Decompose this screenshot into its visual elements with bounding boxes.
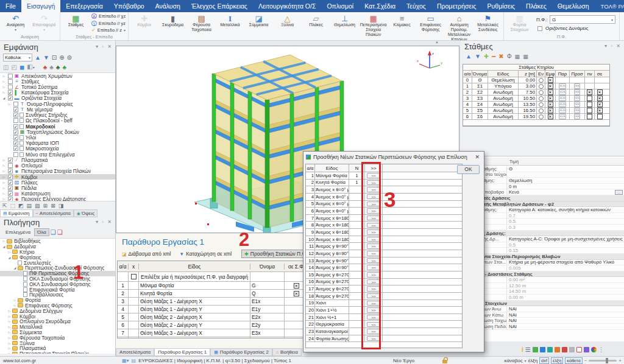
nav-panel-controls[interactable]: ▾ ▫ ✕: [96, 219, 113, 225]
level-row[interactable]: 0ΘΘεμελίωση0.00✕: [463, 77, 609, 83]
tab-ανάλυση[interactable]: Ανάλυση: [150, 0, 186, 12]
export-image-icon[interactable]: [533, 347, 538, 352]
level-pros-button[interactable]: >>: [574, 96, 581, 101]
doc-tab-αποτελέσματα[interactable]: Αποτελέσματα: [116, 348, 154, 356]
info-icon[interactable]: i: [522, 346, 523, 354]
levels-panel-controls[interactable]: ▾ ▫ ✕: [604, 43, 622, 49]
doc-tab-παράθυρο-εργασίας-1[interactable]: Παράθυρο Εργασίας 1: [154, 348, 210, 356]
report-icon[interactable]: [555, 347, 560, 352]
move-up-icon[interactable]: ▲: [35, 54, 41, 61]
level-visible-checkbox[interactable]: ✕: [548, 83, 553, 89]
property-row[interactable]: Lx:12.50 m: [461, 283, 624, 289]
panel-tab-εμφάνιση[interactable]: ▤Εμφάνιση: [0, 209, 33, 217]
expand-icon[interactable]: ◢: [7, 256, 12, 259]
level-se-checkbox[interactable]: ✕: [597, 89, 603, 95]
tab-θεμελίωση[interactable]: Θεμελίωση: [552, 0, 595, 12]
tab-υπόβαθρο[interactable]: Υπόβαθρο: [108, 0, 150, 12]
zoom-out-icon[interactable]: −: [584, 358, 587, 363]
display-tree-item[interactable]: ◢✓▬Οριζόντια Στοιχεία: [0, 96, 115, 101]
level-nv-checkbox[interactable]: [587, 96, 592, 101]
level-pros-button[interactable]: >>: [574, 114, 581, 119]
horizontal-forces-checkbox[interactable]: Οριζόντιες Δυνάμεις: [536, 26, 615, 31]
settings-icon[interactable]: [584, 347, 589, 352]
grid-plus-icon[interactable]: ⊞: [43, 203, 48, 209]
level-visible-checkbox[interactable]: ✕: [548, 77, 553, 83]
level-pros-button[interactable]: >>: [574, 102, 581, 107]
level-delete-icon[interactable]: ✖: [498, 53, 503, 60]
ribbon-button-σκυρόδεμα[interactable]: ▮Σκυρόδεμα: [158, 13, 187, 41]
ribbon-button-ξύλινα[interactable]: △Ξύλινα: [273, 13, 302, 41]
level-nv-checkbox[interactable]: [587, 114, 592, 119]
color-wheel-icon[interactable]: [591, 347, 597, 352]
property-row[interactable]: Είδος Στάθμης:Θεμελίωση: [461, 178, 624, 184]
doc-tab-παράθυρο-εργασίας-2[interactable]: ▦Παράθυρο Εργασίας 2: [210, 348, 272, 356]
tab-file[interactable]: File: [0, 0, 21, 12]
tree-red-icon[interactable]: ♣: [43, 64, 48, 71]
tree-checkbox[interactable]: [8, 85, 13, 89]
level-active-radio[interactable]: [539, 78, 544, 83]
zoom-window-icon[interactable]: ⊡: [52, 54, 57, 61]
tab-τεύχος[interactable]: Τεύχος: [401, 0, 431, 12]
tree-checkbox[interactable]: ✓: [13, 135, 18, 140]
tab-λειτουργικότητα ο/σ[interactable]: Λειτουργικότητα Ο/Σ: [253, 0, 322, 12]
property-row[interactable]: Όνομα Στάθμης:Θ: [461, 166, 624, 172]
display-tree-item[interactable]: ▷✓■Πεπερασμένα Στοιχεία Πλακών: [0, 169, 115, 174]
tree-checkbox[interactable]: ✓: [8, 90, 13, 95]
ribbon-button-φέρουσα-τοιχοποιία[interactable]: ▤Φέρουσα Τοιχοποιία: [187, 13, 216, 41]
expand-icon[interactable]: ◢: [1, 245, 7, 248]
tree-checkbox[interactable]: ✓: [8, 96, 13, 100]
tree-checkbox[interactable]: ✓: [8, 180, 13, 185]
tree-gray-icon[interactable]: ♣: [49, 64, 54, 71]
expand-icon[interactable]: ▷: [7, 250, 12, 254]
tab-οπλισμοί[interactable]: Οπλισμοί: [321, 0, 359, 12]
level-row[interactable]: 6Σ6Ανωδομή19.50✕<->>>: [463, 114, 609, 120]
expand-icon[interactable]: ▷: [7, 325, 12, 329]
property-row[interactable]: φ=0.5: [461, 242, 624, 248]
expand-icon[interactable]: ▷: [12, 304, 18, 307]
half-icon[interactable]: ◨: [58, 203, 64, 209]
property-row[interactable]: h:0.00 m: [461, 295, 624, 301]
expand-icon[interactable]: ▷: [7, 320, 12, 323]
view-front-icon[interactable]: ◰: [11, 64, 16, 71]
display-tree-item[interactable]: ▷✓✚Κόμβοι: [0, 174, 115, 180]
level-visible-checkbox[interactable]: ✕: [548, 96, 553, 101]
doc-tab-βοήθεια[interactable]: ⌂Βοήθεια: [272, 348, 302, 356]
tab-πλάκες[interactable]: Πλάκες: [520, 0, 552, 12]
expand-icon[interactable]: ▷: [7, 309, 12, 313]
tree-checkbox[interactable]: [8, 163, 13, 168]
property-row[interactable]: Δοκών Όλων ΆνωΝΑΙ: [461, 306, 624, 312]
zoom-slider[interactable]: [589, 360, 617, 362]
expand-icon[interactable]: ▷: [1, 80, 7, 83]
level-name-editing[interactable]: Θ: [472, 77, 488, 83]
level-par-button[interactable]: <->: [559, 102, 567, 107]
display-tree-item[interactable]: ✓Υφάσματα ΙΟΠ: [0, 141, 115, 146]
nav-filter-επιλεγμένα[interactable]: Επιλεγμένα: [3, 229, 33, 236]
toggle-ortho[interactable]: κάθετα: [565, 357, 582, 364]
display-tree-item[interactable]: ▷◉Οπλισμοί: [0, 163, 115, 169]
display-tree-item[interactable]: ▷✓▦Κατάστρωση: [0, 191, 115, 197]
expand-icon[interactable]: ▷: [1, 181, 7, 184]
level-pros-button[interactable]: >>: [574, 89, 581, 95]
level-visible-checkbox[interactable]: ✕: [548, 102, 553, 107]
tree-checkbox[interactable]: ✓: [13, 141, 18, 145]
expand-icon[interactable]: ▷: [7, 346, 12, 350]
level-add-icon[interactable]: ✚: [484, 53, 489, 60]
level-down-icon[interactable]: ▼: [475, 53, 481, 60]
chart-icon[interactable]: [547, 347, 553, 352]
tree-checkbox[interactable]: ✓: [13, 124, 18, 129]
expand-icon[interactable]: ▷: [1, 91, 7, 94]
level-up-icon[interactable]: ▲: [466, 53, 472, 60]
property-row[interactable]: Προσομοίωση Τοιχω...ΝΑΙ: [461, 318, 624, 324]
in-combination-checkbox[interactable]: ✕: [294, 291, 299, 296]
display-tree-item[interactable]: ▷▣Απεικόνιση Χρωμάτων: [0, 73, 115, 79]
level-par-button[interactable]: <->: [559, 108, 567, 113]
expand-icon[interactable]: ▷: [1, 186, 7, 190]
expand-icon[interactable]: ▷: [7, 315, 12, 318]
expand-icon[interactable]: ▷: [1, 197, 7, 201]
image-icon[interactable]: ▤: [27, 203, 32, 209]
dialog-titlebar[interactable]: Προσθήκη Νέων Στατικών Περιπτώσεων Φόρτι…: [303, 152, 484, 162]
level-row[interactable]: 1Σ1Υπόγειο3.00✕<->>>: [463, 83, 609, 89]
display-tree-item[interactable]: Ως Πλακοδοκοί - beff: [0, 118, 115, 124]
ribbon-button-μεταλλικές-συνδέσεις[interactable]: ⚑Μεταλλικές Συνδέσεις: [473, 13, 502, 41]
property-row[interactable]: Ly:14.50 m: [461, 289, 624, 295]
